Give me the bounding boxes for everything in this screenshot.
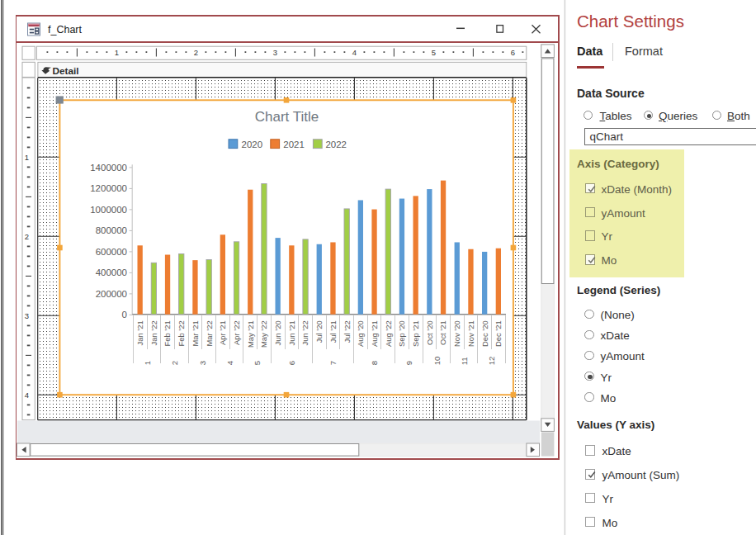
svg-text:Sep ’21: Sep ’21: [411, 320, 420, 347]
svg-text:Jun ’21: Jun ’21: [287, 320, 296, 345]
svg-text:2021: 2021: [283, 140, 305, 149]
svg-text:Jan ’22: Jan ’22: [149, 320, 158, 345]
svg-text:1000000: 1000000: [90, 205, 127, 215]
svg-text:800000: 800000: [96, 225, 127, 235]
svg-text:5: 5: [432, 48, 436, 57]
svg-text:Mar ’21: Mar ’21: [191, 320, 200, 346]
svg-text:1: 1: [143, 361, 152, 365]
svg-text:2: 2: [25, 232, 29, 241]
svg-text:11: 11: [460, 357, 469, 365]
svg-text:5: 5: [253, 361, 262, 365]
svg-text:2020: 2020: [242, 140, 263, 149]
svg-text:Feb ’22: Feb ’22: [177, 320, 186, 346]
svg-text:3: 3: [273, 48, 277, 57]
svg-text:Apr ’21: Apr ’21: [218, 320, 227, 345]
svg-text:400000: 400000: [96, 268, 127, 277]
svg-text:Aug ’21: Aug ’21: [370, 320, 379, 347]
svg-text:3: 3: [198, 361, 207, 365]
svg-text:1: 1: [25, 153, 29, 162]
svg-text:Mar ’22: Mar ’22: [205, 320, 214, 346]
svg-text:4: 4: [25, 391, 29, 400]
svg-text:9: 9: [404, 361, 413, 365]
svg-text:6: 6: [511, 48, 515, 57]
svg-text:2022: 2022: [325, 140, 347, 149]
svg-text:4: 4: [225, 360, 234, 365]
svg-text:1200000: 1200000: [90, 183, 127, 193]
svg-text:Aug ’22: Aug ’22: [384, 320, 393, 347]
svg-text:Jul ’21: Jul ’21: [328, 320, 338, 343]
svg-text:600000: 600000: [96, 247, 127, 257]
svg-text:10: 10: [432, 357, 442, 366]
svg-text:May ’22: May ’22: [259, 320, 268, 348]
svg-text:6: 6: [287, 361, 296, 365]
svg-text:Oct ’20: Oct ’20: [425, 320, 434, 345]
svg-text:f_Chart: f_Chart: [48, 24, 83, 36]
svg-text:Nov ’21: Nov ’21: [466, 320, 475, 347]
svg-text:Jul ’20: Jul ’20: [314, 320, 324, 343]
svg-text:8: 8: [370, 361, 379, 365]
svg-text:Apr ’22: Apr ’22: [232, 320, 241, 345]
svg-text:Jul ’22: Jul ’22: [343, 320, 352, 343]
svg-text:Sep ’20: Sep ’20: [397, 320, 406, 347]
svg-text:3: 3: [25, 311, 29, 320]
svg-text:1400000: 1400000: [90, 163, 127, 173]
svg-text:Jan ’21: Jan ’21: [135, 320, 144, 345]
svg-text:1: 1: [115, 48, 119, 57]
svg-text:Feb ’21: Feb ’21: [163, 320, 172, 346]
svg-text:Jun ’22: Jun ’22: [300, 320, 309, 345]
svg-text:4: 4: [352, 48, 357, 57]
svg-text:Chart Title: Chart Title: [255, 109, 319, 125]
svg-text:12: 12: [487, 357, 496, 366]
svg-text:May ’21: May ’21: [246, 320, 255, 348]
svg-text:2: 2: [170, 361, 179, 365]
svg-text:7: 7: [328, 361, 338, 365]
svg-text:Nov ’20: Nov ’20: [452, 320, 461, 347]
svg-text:Aug ’20: Aug ’20: [356, 320, 365, 347]
svg-text:Detail: Detail: [53, 65, 79, 77]
svg-text:Dec ’21: Dec ’21: [494, 320, 503, 347]
svg-text:Jun ’20: Jun ’20: [273, 320, 282, 345]
svg-text:200000: 200000: [96, 289, 127, 299]
svg-text:Oct ’21: Oct ’21: [438, 320, 447, 345]
svg-text:Dec ’20: Dec ’20: [480, 320, 489, 347]
svg-text:0: 0: [122, 310, 127, 320]
svg-text:2: 2: [194, 48, 198, 57]
